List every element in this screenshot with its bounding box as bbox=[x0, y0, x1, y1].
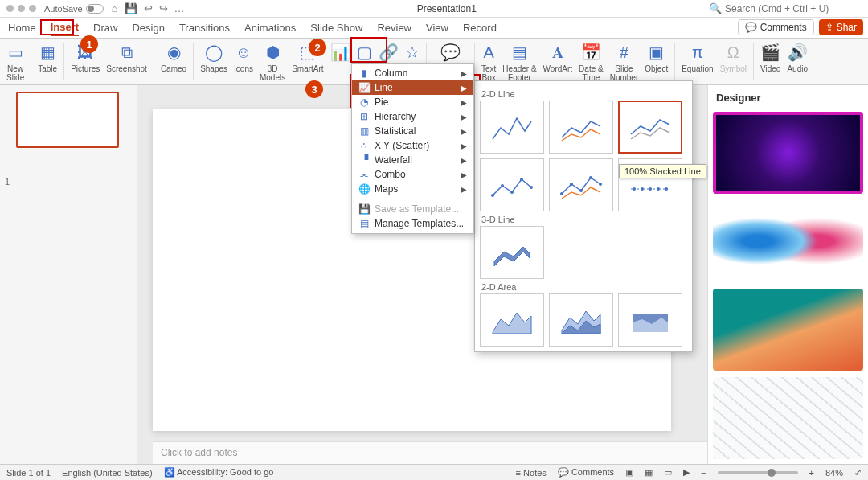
cameo-icon: ◉ bbox=[167, 40, 181, 64]
3d-models-button[interactable]: ⬢3D Models bbox=[256, 40, 289, 82]
chart-thumb-stacked-area[interactable] bbox=[549, 293, 613, 347]
fit-icon[interactable]: ⤢ bbox=[854, 467, 862, 478]
screenshot-button[interactable]: ⧉Screenshot bbox=[103, 40, 150, 73]
menu-item-scatter[interactable]: ∴X Y (Scatter)▶ bbox=[352, 138, 473, 153]
tab-animations[interactable]: Animations bbox=[244, 20, 296, 35]
chart-thumb-100-stacked-area[interactable] bbox=[618, 293, 682, 347]
chart-thumb-line[interactable] bbox=[480, 101, 544, 154]
design-idea-3[interactable] bbox=[713, 289, 863, 371]
view-slideshow-icon[interactable]: ▶ bbox=[683, 467, 690, 478]
status-comments[interactable]: 💬 Comments bbox=[558, 467, 614, 478]
svg-point-5 bbox=[560, 192, 563, 195]
shapes-button[interactable]: ◯Shapes bbox=[197, 40, 231, 73]
comments-button[interactable]: 💬Comments bbox=[738, 19, 814, 35]
header-footer-button[interactable]: ▤Header & Footer bbox=[499, 40, 539, 82]
calendar-icon: 📅 bbox=[581, 40, 601, 64]
zoom-value[interactable]: 84% bbox=[825, 468, 843, 478]
autosave-label: AutoSave bbox=[44, 4, 83, 14]
object-button[interactable]: ▣Object bbox=[641, 40, 671, 73]
toggle-icon[interactable] bbox=[86, 4, 104, 14]
chart-thumb-line-markers[interactable] bbox=[480, 158, 544, 211]
window-controls[interactable] bbox=[6, 5, 36, 12]
column-chart-icon: ▮ bbox=[358, 68, 370, 79]
status-notes[interactable]: ≡ Notes bbox=[516, 468, 547, 478]
audio-button[interactable]: 🔊Audio bbox=[784, 40, 811, 73]
chart-thumb-area[interactable] bbox=[480, 293, 544, 347]
new-slide-button[interactable]: ▭New Slide bbox=[3, 40, 27, 82]
cameo-button[interactable]: ◉Cameo bbox=[158, 40, 190, 73]
home-icon[interactable]: ⌂ bbox=[112, 2, 118, 14]
video-button[interactable]: 🎬Video bbox=[757, 40, 784, 73]
tab-home[interactable]: Home bbox=[8, 20, 36, 35]
menu-item-combo[interactable]: ⫘Combo▶ bbox=[352, 167, 473, 182]
chart-button[interactable]: 📊Chart bbox=[327, 40, 354, 73]
menu-item-statistical[interactable]: ▥Statistical▶ bbox=[352, 124, 473, 138]
tab-design[interactable]: Design bbox=[132, 20, 164, 35]
zoom-in-icon[interactable]: + bbox=[809, 468, 814, 478]
menu-item-maps[interactable]: 🌐Maps▶ bbox=[352, 182, 473, 196]
quick-access-toolbar[interactable]: ⌂ 💾 ↩ ↪ … bbox=[112, 2, 185, 14]
tab-review[interactable]: Review bbox=[377, 20, 411, 35]
scatter-icon: ∴ bbox=[358, 140, 370, 151]
menu-item-waterfall[interactable]: ▝Waterfall▶ bbox=[352, 153, 473, 167]
tab-record[interactable]: Record bbox=[463, 20, 497, 35]
slidenumber-button[interactable]: #Slide Number bbox=[607, 40, 642, 82]
tab-view[interactable]: View bbox=[426, 20, 448, 35]
maps-icon: 🌐 bbox=[358, 183, 370, 195]
tab-slideshow[interactable]: Slide Show bbox=[310, 20, 362, 35]
chevron-right-icon: ▶ bbox=[461, 69, 467, 78]
status-language[interactable]: English (United States) bbox=[62, 468, 153, 478]
menu-item-line[interactable]: 📈Line▶ bbox=[352, 80, 473, 95]
redo-icon[interactable]: ↪ bbox=[159, 2, 168, 14]
menu-item-column[interactable]: ▮Column▶ bbox=[352, 66, 473, 80]
ribbon-tabs: Home Insert Draw Design Transitions Anim… bbox=[0, 18, 868, 39]
slide-thumbnail-1[interactable] bbox=[16, 92, 119, 148]
autosave-toggle[interactable]: AutoSave bbox=[44, 4, 104, 14]
slide-thumbnails-pane[interactable]: 1 bbox=[0, 85, 137, 464]
document-title: Presentation1 bbox=[191, 3, 702, 14]
datetime-button[interactable]: 📅Date & Time bbox=[575, 40, 607, 82]
table-button[interactable]: ▦Table bbox=[35, 40, 60, 73]
share-icon: ⇪ bbox=[825, 22, 833, 33]
menu-item-manage-templates[interactable]: ▤Manage Templates... bbox=[352, 216, 473, 231]
design-idea-2[interactable] bbox=[713, 200, 863, 282]
title-bar: AutoSave ⌂ 💾 ↩ ↪ … Presentation1 🔍 bbox=[0, 0, 868, 18]
zoom-slider[interactable] bbox=[718, 471, 798, 474]
folder-icon: ▤ bbox=[358, 218, 370, 229]
zoom-out-icon[interactable]: − bbox=[701, 468, 706, 478]
search-input[interactable] bbox=[725, 3, 862, 14]
notes-pane[interactable]: Click to add notes bbox=[153, 441, 707, 464]
chart-thumb-3d-line[interactable] bbox=[480, 226, 544, 279]
combo-icon: ⫘ bbox=[358, 169, 370, 180]
chart-thumb-stacked-line[interactable] bbox=[549, 101, 613, 154]
design-idea-1[interactable] bbox=[713, 112, 863, 194]
section-2d-area: 2-D Area bbox=[481, 282, 686, 292]
view-reading-icon[interactable]: ▭ bbox=[664, 467, 672, 478]
menu-item-hierarchy[interactable]: ⊞Hierarchy▶ bbox=[352, 109, 473, 124]
svg-point-8 bbox=[589, 176, 592, 179]
design-idea-4[interactable] bbox=[713, 377, 863, 459]
symbol-button[interactable]: ΩSymbol bbox=[717, 40, 750, 73]
search-icon: 🔍 bbox=[709, 2, 722, 14]
chart-thumb-stacked-line-markers[interactable] bbox=[549, 158, 613, 211]
chart-thumb-100-stacked-line[interactable] bbox=[618, 101, 682, 154]
menu-item-pie[interactable]: ◔Pie▶ bbox=[352, 95, 473, 109]
undo-icon[interactable]: ↩ bbox=[144, 2, 153, 14]
equation-button[interactable]: πEquation bbox=[678, 40, 716, 73]
textbox-button[interactable]: AText Box bbox=[478, 40, 499, 82]
view-normal-icon[interactable]: ▣ bbox=[625, 467, 633, 478]
new-slide-icon: ▭ bbox=[8, 40, 23, 64]
tab-transitions[interactable]: Transitions bbox=[179, 20, 230, 35]
symbol-icon: Ω bbox=[727, 40, 739, 64]
icons-button[interactable]: ☺Icons bbox=[231, 40, 256, 73]
shapes-icon: ◯ bbox=[205, 40, 223, 64]
status-accessibility[interactable]: ♿ Accessibility: Good to go bbox=[164, 467, 274, 478]
more-icon[interactable]: … bbox=[174, 2, 185, 14]
chart-type-menu: ▮Column▶ 📈Line▶ ◔Pie▶ ⊞Hierarchy▶ ▥Stati… bbox=[351, 63, 474, 234]
wordart-button[interactable]: 𝐀WordArt bbox=[540, 40, 576, 73]
share-button[interactable]: ⇪Shar bbox=[819, 19, 863, 35]
view-sorter-icon[interactable]: ▦ bbox=[645, 467, 653, 478]
save-icon[interactable]: 💾 bbox=[125, 2, 137, 14]
tab-draw[interactable]: Draw bbox=[93, 20, 117, 35]
line-chart-icon: 📈 bbox=[358, 82, 370, 93]
